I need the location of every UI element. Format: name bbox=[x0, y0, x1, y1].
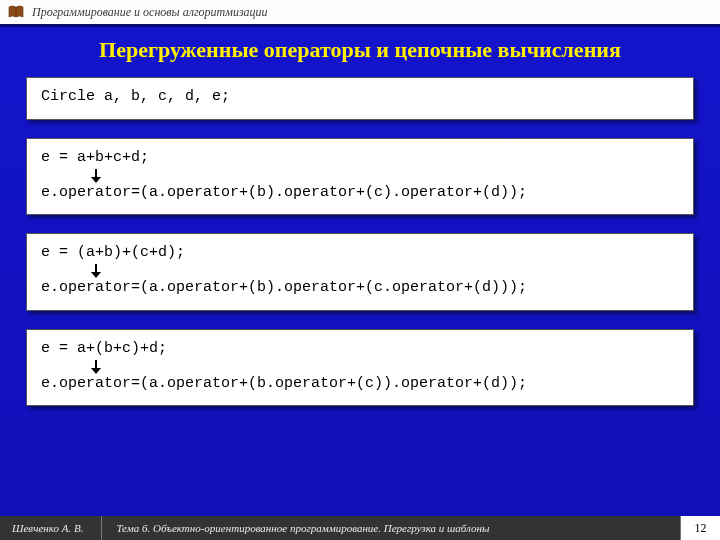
code-block-1: Circle a, b, c, d, e; bbox=[26, 77, 694, 120]
arrow-down-icon bbox=[41, 263, 679, 279]
footer-author: Шевченко А. В. bbox=[0, 522, 101, 534]
code-line: e.operator=(a.operator+(b).operator+(c).… bbox=[41, 184, 679, 203]
book-icon bbox=[8, 4, 24, 20]
code-line: e.operator=(a.operator+(b).operator+(c.o… bbox=[41, 279, 679, 298]
slide-body: Перегруженные операторы и цепочные вычис… bbox=[0, 27, 720, 516]
code-block-3: e = (a+b)+(c+d); e.operator=(a.operator+… bbox=[26, 233, 694, 311]
footer-topic: Тема 6. Объектно-ориентированное програм… bbox=[102, 522, 680, 534]
svg-marker-1 bbox=[91, 177, 101, 183]
top-bar: Программирование и основы алгоритмизации bbox=[0, 0, 720, 24]
code-block-2: e = a+b+c+d; e.operator=(a.operator+(b).… bbox=[26, 138, 694, 216]
arrow-down-icon bbox=[41, 168, 679, 184]
code-line: Circle a, b, c, d, e; bbox=[41, 88, 679, 107]
code-line: e.operator=(a.operator+(b.operator+(c)).… bbox=[41, 375, 679, 394]
code-line: e = a+(b+c)+d; bbox=[41, 340, 679, 359]
footer-bar: Шевченко А. В. Тема 6. Объектно-ориентир… bbox=[0, 516, 720, 540]
arrow-down-icon bbox=[41, 359, 679, 375]
code-line: e = a+b+c+d; bbox=[41, 149, 679, 168]
svg-marker-5 bbox=[91, 368, 101, 374]
footer-page-number: 12 bbox=[680, 516, 720, 540]
code-line: e = (a+b)+(c+d); bbox=[41, 244, 679, 263]
slide-heading: Перегруженные операторы и цепочные вычис… bbox=[26, 37, 694, 63]
course-title: Программирование и основы алгоритмизации bbox=[32, 5, 268, 20]
code-block-4: e = a+(b+c)+d; e.operator=(a.operator+(b… bbox=[26, 329, 694, 407]
svg-marker-3 bbox=[91, 272, 101, 278]
